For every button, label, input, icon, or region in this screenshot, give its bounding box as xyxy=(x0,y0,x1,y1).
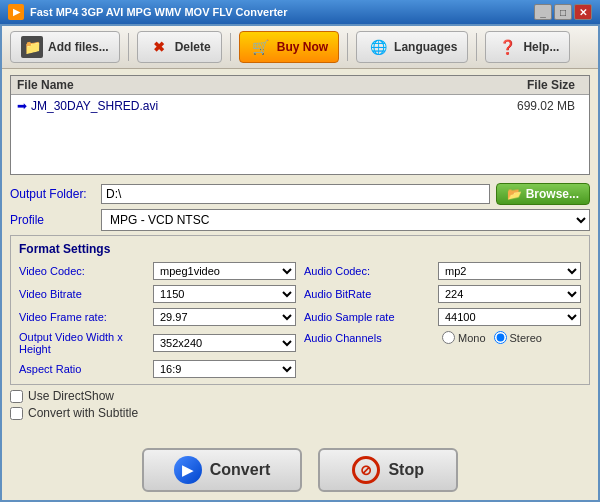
file-size: 699.02 MB xyxy=(483,99,583,113)
profile-select[interactable]: MPG - VCD NTSC xyxy=(101,209,590,231)
video-bitrate-select[interactable]: 1150 xyxy=(153,285,296,303)
action-bar: ▶ Convert ⊘ Stop xyxy=(2,440,598,500)
video-framerate-select[interactable]: 29.97 xyxy=(153,308,296,326)
use-directshow-text: Use DirectShow xyxy=(28,389,114,403)
audio-bitrate-label: Audio BitRate xyxy=(304,288,434,300)
convert-icon: ▶ xyxy=(174,456,202,484)
toolbar-divider-4 xyxy=(476,33,477,61)
aspect-ratio-label: Aspect Ratio xyxy=(19,363,149,375)
mono-label: Mono xyxy=(458,332,486,344)
stereo-radio-label[interactable]: Stereo xyxy=(494,331,542,344)
file-arrow-icon: ➡ xyxy=(17,99,27,113)
minimize-button[interactable]: _ xyxy=(534,4,552,20)
languages-button[interactable]: 🌐 Languages xyxy=(356,31,468,63)
help-button[interactable]: ❓ Help... xyxy=(485,31,570,63)
browse-icon: 📂 xyxy=(507,187,522,201)
video-bitrate-label: Video Bitrate xyxy=(19,288,149,300)
stereo-label: Stereo xyxy=(510,332,542,344)
buy-now-button[interactable]: 🛒 Buy Now xyxy=(239,31,339,63)
buy-now-icon: 🛒 xyxy=(250,36,272,58)
audio-codec-select[interactable]: mp2 xyxy=(438,262,581,280)
audio-channels-row: Audio Channels Mono Stereo xyxy=(304,331,581,344)
mono-radio[interactable] xyxy=(442,331,455,344)
audio-samplerate-select[interactable]: 44100 xyxy=(438,308,581,326)
toolbar-divider-3 xyxy=(347,33,348,61)
settings-col-left: Video Codec: mpeg1video Video Bitrate 11… xyxy=(19,262,296,378)
output-folder-input[interactable] xyxy=(101,184,490,204)
audio-samplerate-label: Audio Sample rate xyxy=(304,311,434,323)
title-bar: ▶ Fast MP4 3GP AVI MPG WMV MOV FLV Conve… xyxy=(0,0,600,24)
delete-button[interactable]: ✖ Delete xyxy=(137,31,222,63)
profile-label: Profile xyxy=(10,213,95,227)
output-folder-label: Output Folder: xyxy=(10,187,95,201)
stop-button[interactable]: ⊘ Stop xyxy=(318,448,458,492)
audio-bitrate-select[interactable]: 224 xyxy=(438,285,581,303)
format-settings-title: Format Settings xyxy=(19,242,581,256)
audio-codec-row: Audio Codec: mp2 xyxy=(304,262,581,280)
col-size-header: File Size xyxy=(483,78,583,92)
use-directshow-checkbox[interactable] xyxy=(10,390,23,403)
col-name-header: File Name xyxy=(17,78,483,92)
video-size-label: Output Video Width x Height xyxy=(19,331,149,355)
audio-bitrate-row: Audio BitRate 224 xyxy=(304,285,581,303)
video-codec-select[interactable]: mpeg1video xyxy=(153,262,296,280)
app-icon: ▶ xyxy=(8,4,24,20)
video-size-row: Output Video Width x Height 352x240 xyxy=(19,331,296,355)
languages-icon: 🌐 xyxy=(367,36,389,58)
file-list-body: ➡ JM_30DAY_SHRED.avi 699.02 MB xyxy=(11,95,589,117)
audio-samplerate-row: Audio Sample rate 44100 xyxy=(304,308,581,326)
file-name: JM_30DAY_SHRED.avi xyxy=(31,99,483,113)
settings-grid: Video Codec: mpeg1video Video Bitrate 11… xyxy=(19,262,581,378)
toolbar: 📁 Add files... ✖ Delete 🛒 Buy Now 🌐 Lang… xyxy=(2,26,598,69)
video-size-select[interactable]: 352x240 xyxy=(153,334,296,352)
add-files-button[interactable]: 📁 Add files... xyxy=(10,31,120,63)
close-button[interactable]: ✕ xyxy=(574,4,592,20)
output-section: Output Folder: 📂 Browse... Profile MPG -… xyxy=(2,179,598,235)
toolbar-divider-1 xyxy=(128,33,129,61)
output-folder-row: Output Folder: 📂 Browse... xyxy=(10,183,590,205)
file-list-row[interactable]: ➡ JM_30DAY_SHRED.avi 699.02 MB xyxy=(11,97,589,115)
convert-subtitle-label[interactable]: Convert with Subtitle xyxy=(10,406,590,420)
video-framerate-label: Video Frame rate: xyxy=(19,311,149,323)
audio-codec-label: Audio Codec: xyxy=(304,265,434,277)
convert-button[interactable]: ▶ Convert xyxy=(142,448,302,492)
browse-button[interactable]: 📂 Browse... xyxy=(496,183,590,205)
toolbar-divider-2 xyxy=(230,33,231,61)
video-codec-label: Video Codec: xyxy=(19,265,149,277)
aspect-ratio-select[interactable]: 16:9 xyxy=(153,360,296,378)
title-bar-left: ▶ Fast MP4 3GP AVI MPG WMV MOV FLV Conve… xyxy=(8,4,288,20)
window-title: Fast MP4 3GP AVI MPG WMV MOV FLV Convert… xyxy=(30,6,288,18)
video-codec-row: Video Codec: mpeg1video xyxy=(19,262,296,280)
use-directshow-label[interactable]: Use DirectShow xyxy=(10,389,590,403)
settings-col-right: Audio Codec: mp2 Audio BitRate 224 Audio… xyxy=(304,262,581,378)
file-list-area: File Name File Size ➡ JM_30DAY_SHRED.avi… xyxy=(10,75,590,175)
convert-label: Convert xyxy=(210,461,270,479)
audio-channels-label: Audio Channels xyxy=(304,332,434,344)
checkboxes: Use DirectShow Convert with Subtitle xyxy=(2,385,598,424)
aspect-ratio-row: Aspect Ratio 16:9 xyxy=(19,360,296,378)
maximize-button[interactable]: □ xyxy=(554,4,572,20)
main-window: 📁 Add files... ✖ Delete 🛒 Buy Now 🌐 Lang… xyxy=(0,24,600,502)
delete-icon: ✖ xyxy=(148,36,170,58)
stop-icon: ⊘ xyxy=(352,456,380,484)
add-files-icon: 📁 xyxy=(21,36,43,58)
audio-channels-radio-group: Mono Stereo xyxy=(442,331,542,344)
stop-label: Stop xyxy=(388,461,424,479)
convert-subtitle-checkbox[interactable] xyxy=(10,407,23,420)
profile-row: Profile MPG - VCD NTSC xyxy=(10,209,590,231)
help-icon: ❓ xyxy=(496,36,518,58)
window-controls[interactable]: _ □ ✕ xyxy=(534,4,592,20)
format-settings: Format Settings Video Codec: mpeg1video … xyxy=(10,235,590,385)
video-bitrate-row: Video Bitrate 1150 xyxy=(19,285,296,303)
mono-radio-label[interactable]: Mono xyxy=(442,331,486,344)
stereo-radio[interactable] xyxy=(494,331,507,344)
convert-subtitle-text: Convert with Subtitle xyxy=(28,406,138,420)
file-list-header: File Name File Size xyxy=(11,76,589,95)
video-framerate-row: Video Frame rate: 29.97 xyxy=(19,308,296,326)
